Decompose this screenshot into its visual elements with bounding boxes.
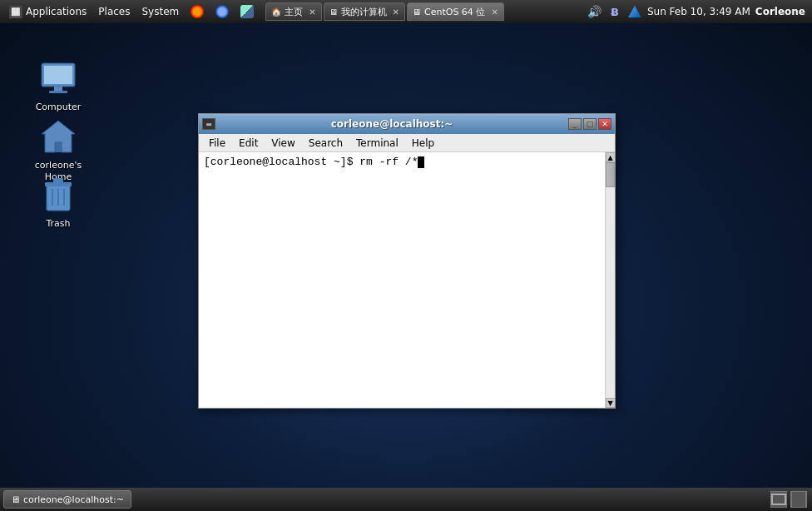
show-desktop-btn[interactable] — [790, 491, 807, 508]
taskbar-top: 🔲 Applications Places System 🏠 主页 ✕ 🖥 我的… — [0, 0, 812, 23]
tab-home[interactable]: 🏠 主页 ✕ — [265, 2, 321, 21]
taskbar-bottom-terminal[interactable]: 🖥 corleone@localhost:~ — [3, 490, 131, 509]
tab-home-label: 主页 — [285, 6, 303, 18]
terminal-close-btn[interactable]: ✕ — [598, 118, 611, 130]
home-icon — [38, 117, 78, 156]
tab-centos[interactable]: 🖥 CentOS 64 位 ✕ — [407, 2, 504, 21]
thunderbird-shortcut[interactable] — [210, 3, 234, 20]
tab-computer[interactable]: 🖥 我的计算机 ✕ — [324, 2, 405, 21]
terminal-content[interactable]: [corleone@localhost ~]$ rm -rf /* — [199, 152, 605, 408]
terminal-body: [corleone@localhost ~]$ rm -rf /* ▲ ▼ — [199, 152, 615, 408]
terminal-minimize-btn[interactable]: _ — [568, 118, 582, 130]
window-icon — [771, 494, 786, 505]
scrollbar-down[interactable]: ▼ — [606, 398, 616, 408]
tab-centos-close[interactable]: ✕ — [491, 7, 498, 17]
show-desktop-icon — [791, 491, 806, 508]
trash-icon — [38, 175, 78, 215]
terminal-menu-help[interactable]: Help — [405, 136, 441, 151]
bluetooth-icon[interactable]: Ƀ — [607, 4, 622, 19]
menu-system[interactable]: System — [136, 4, 184, 19]
menu-system-label: System — [141, 6, 179, 17]
tab-computer-label: 我的计算机 — [341, 6, 387, 18]
desktop-icon-computer[interactable]: Computer — [25, 58, 92, 113]
taskbar-tabs: 🏠 主页 ✕ 🖥 我的计算机 ✕ 🖥 CentOS 64 位 ✕ — [265, 2, 504, 21]
scrollbar-up[interactable]: ▲ — [606, 152, 616, 162]
thunderbird-icon — [215, 5, 229, 18]
menu-applications-label: Applications — [26, 6, 87, 17]
terminal-controls: _ □ ✕ — [568, 118, 611, 130]
terminal-menubar: File Edit View Search Terminal Help — [199, 134, 615, 152]
terminal-title: corleone@localhost:~ — [215, 118, 568, 130]
svg-rect-8 — [53, 178, 63, 183]
menu-places-label: Places — [98, 6, 130, 17]
svg-rect-2 — [54, 87, 62, 91]
terminal-menu-terminal[interactable]: Terminal — [349, 136, 405, 151]
terminal-menu-search[interactable]: Search — [302, 136, 349, 151]
terminal-maximize-btn[interactable]: □ — [583, 118, 597, 130]
trash-icon-label: Trash — [46, 218, 70, 230]
datetime: Sun Feb 10, 3:49 AM — [647, 6, 750, 17]
network-icon-shape — [628, 6, 641, 17]
taskbar-bottom-right — [770, 491, 812, 508]
terminal-menu-file[interactable]: File — [202, 136, 232, 151]
terminal-menu-edit[interactable]: Edit — [232, 136, 265, 151]
terminal-scrollbar[interactable]: ▲ ▼ — [605, 152, 615, 408]
gedit-shortcut[interactable] — [235, 3, 259, 20]
scrollbar-thumb[interactable] — [606, 162, 615, 187]
username: Corleone — [755, 6, 805, 17]
taskbar-top-right: 🔊 Ƀ Sun Feb 10, 3:49 AM Corleone — [581, 4, 812, 19]
tab-centos-label: CentOS 64 位 — [424, 6, 485, 18]
gedit-icon — [240, 5, 254, 18]
svg-rect-3 — [49, 91, 67, 93]
tab-home-close[interactable]: ✕ — [309, 7, 315, 17]
taskbar-bottom: 🖥 corleone@localhost:~ — [0, 488, 812, 511]
tab-computer-close[interactable]: ✕ — [393, 7, 399, 17]
firefox-shortcut[interactable] — [186, 3, 209, 20]
firefox-icon — [191, 5, 204, 18]
volume-icon[interactable]: 🔊 — [587, 4, 602, 19]
svg-rect-5 — [55, 142, 62, 152]
window-list-icon[interactable] — [770, 491, 787, 508]
terminal-prompt: [corleone@localhost ~]$ rm -rf /* — [204, 156, 418, 168]
terminal-title-icon: ▬ — [202, 118, 215, 130]
terminal-menu-view[interactable]: View — [265, 136, 301, 151]
computer-icon — [38, 58, 78, 98]
taskbar-bottom-terminal-label: corleone@localhost:~ — [23, 494, 124, 505]
menu-places[interactable]: Places — [93, 4, 135, 19]
terminal-window: ▬ corleone@localhost:~ _ □ ✕ File Edit V… — [198, 113, 616, 409]
taskbar-top-left: 🔲 Applications Places System — [0, 3, 262, 20]
desktop: Computer corleone's Home Trash — [0, 23, 812, 488]
terminal-cursor — [418, 156, 424, 168]
svg-rect-1 — [44, 66, 72, 84]
scrollbar-track — [606, 162, 615, 398]
desktop-icon-trash[interactable]: Trash — [25, 175, 92, 230]
computer-icon-label: Computer — [36, 102, 82, 113]
menu-applications[interactable]: 🔲 Applications — [3, 3, 92, 20]
network-icon[interactable] — [627, 4, 642, 19]
desktop-icon-home[interactable]: corleone's Home — [25, 117, 92, 184]
terminal-titlebar: ▬ corleone@localhost:~ _ □ ✕ — [199, 114, 615, 134]
